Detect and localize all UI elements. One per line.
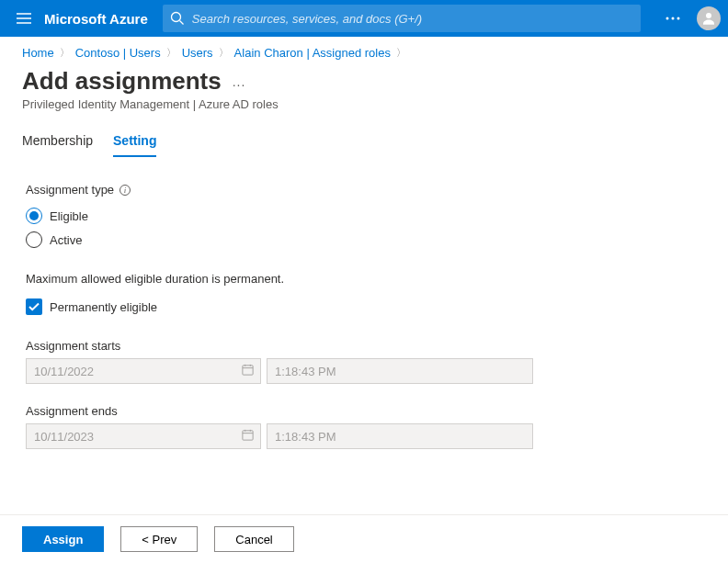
page-subtitle: Privileged Identity Management | Azure A… [0, 96, 728, 128]
breadcrumb-item[interactable]: Contoso | Users [75, 46, 161, 60]
chevron-right-icon: 〉 [396, 46, 406, 60]
svg-point-1 [666, 17, 669, 20]
search-icon [170, 11, 185, 26]
more-menu-icon[interactable] [658, 4, 688, 33]
breadcrumb-item[interactable]: Alain Charon | Assigned roles [234, 46, 391, 60]
svg-point-3 [677, 17, 680, 20]
breadcrumb-item[interactable]: Home [22, 46, 54, 60]
radio-label: Eligible [50, 209, 88, 223]
breadcrumb-item[interactable]: Users [182, 46, 213, 60]
svg-point-0 [171, 13, 180, 22]
assignment-type-radio-group: Eligible Active [26, 204, 702, 252]
tab-setting[interactable]: Setting [113, 128, 156, 157]
title-more-icon[interactable]: ··· [233, 72, 246, 92]
assignment-ends-time[interactable]: 1:18:43 PM [267, 423, 533, 449]
chevron-right-icon: 〉 [166, 46, 176, 60]
assignment-ends-label: Assignment ends [26, 404, 702, 418]
assignment-type-label: Assignment type i [26, 183, 702, 197]
tabs: Membership Setting [0, 128, 728, 157]
prev-button[interactable]: < Prev [120, 526, 198, 552]
cancel-button[interactable]: Cancel [214, 526, 293, 552]
radio-icon [26, 208, 42, 224]
svg-point-2 [672, 17, 675, 20]
user-avatar[interactable] [697, 6, 721, 30]
brand-label: Microsoft Azure [44, 11, 148, 27]
hamburger-menu-icon[interactable] [7, 0, 40, 37]
svg-point-4 [706, 13, 711, 18]
global-search[interactable] [163, 5, 641, 32]
tab-membership[interactable]: Membership [22, 128, 93, 156]
page-title: Add assignments [22, 67, 222, 96]
assignment-ends-date[interactable]: 10/11/2023 [26, 423, 261, 449]
chevron-right-icon: 〉 [60, 46, 70, 60]
svg-rect-6 [243, 431, 253, 440]
svg-rect-5 [243, 366, 253, 375]
checkbox-permanently-eligible[interactable]: Permanently eligible [26, 298, 702, 315]
assignment-starts-time[interactable]: 1:18:43 PM [267, 358, 533, 384]
search-input[interactable] [192, 12, 633, 26]
assignment-starts-label: Assignment starts [26, 339, 702, 353]
radio-label: Active [50, 233, 82, 247]
assignment-starts-date[interactable]: 10/11/2022 [26, 358, 261, 384]
radio-active[interactable]: Active [26, 228, 702, 252]
chevron-right-icon: 〉 [219, 46, 229, 60]
duration-note: Maximum allowed eligible duration is per… [26, 272, 702, 286]
calendar-icon [241, 428, 255, 445]
checkbox-icon [26, 298, 42, 315]
assign-button[interactable]: Assign [22, 526, 104, 552]
calendar-icon [241, 363, 255, 379]
breadcrumb: Home 〉 Contoso | Users 〉 Users 〉 Alain C… [0, 37, 728, 65]
form-body: Assignment type i Eligible Active Maximu… [0, 157, 728, 479]
radio-icon [26, 231, 42, 248]
info-icon[interactable]: i [119, 185, 131, 196]
footer-actions: Assign < Prev Cancel [0, 514, 728, 563]
checkbox-label: Permanently eligible [50, 300, 157, 314]
radio-eligible[interactable]: Eligible [26, 204, 702, 228]
top-header: Microsoft Azure [0, 0, 728, 37]
